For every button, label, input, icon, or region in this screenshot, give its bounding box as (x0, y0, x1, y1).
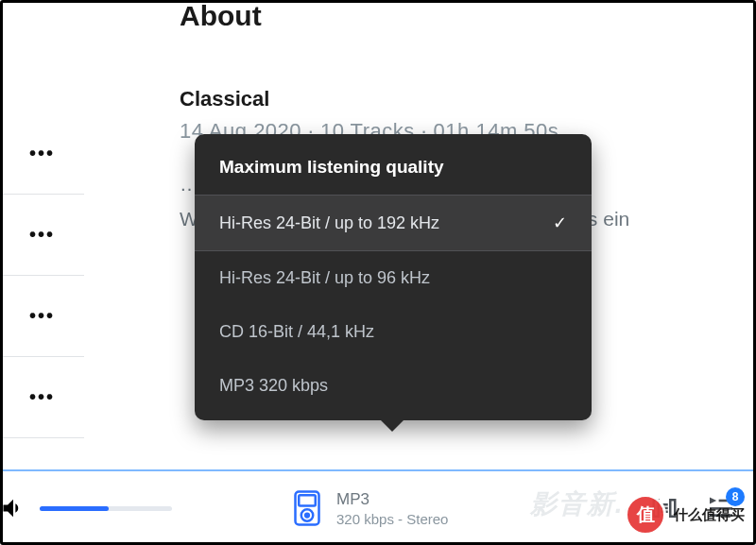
quality-option-mp3[interactable]: MP3 320 kbps (195, 359, 592, 413)
format-detail: 320 kbps - Stereo (336, 511, 448, 527)
svg-rect-1 (299, 495, 316, 505)
more-icon: ••• (29, 386, 55, 408)
svg-point-3 (305, 514, 309, 518)
quality-option-cd[interactable]: CD 16-Bit / 44,1 kHz (195, 305, 592, 359)
option-label: Hi-Res 24-Bit / up to 192 kHz (219, 213, 439, 233)
option-label: Hi-Res 24-Bit / up to 96 kHz (219, 268, 430, 288)
popover-title: Maximum listening quality (195, 134, 592, 195)
more-icon: ••• (29, 224, 55, 246)
format-codec: MP3 (336, 490, 448, 509)
check-icon: ✓ (553, 213, 567, 233)
more-icon: ••• (29, 143, 55, 164)
option-label: MP3 320 kbps (219, 376, 328, 396)
quality-option-192[interactable]: Hi-Res 24-Bit / up to 192 kHz ✓ (195, 195, 592, 251)
format-text: MP3 320 kbps - Stereo (336, 490, 448, 527)
genre-label: Classical (180, 87, 652, 111)
sidebar-item-4[interactable]: ••• (0, 357, 84, 438)
more-icon: ••• (29, 305, 55, 327)
about-heading: About (180, 0, 652, 32)
device-icon (293, 489, 321, 527)
volume-slider[interactable] (40, 506, 172, 511)
format-selector[interactable]: MP3 320 kbps - Stereo (293, 489, 448, 527)
quality-popover: Maximum listening quality Hi-Res 24-Bit … (195, 134, 592, 420)
sidebar-item-2[interactable]: ••• (0, 195, 84, 276)
option-label: CD 16-Bit / 44,1 kHz (219, 322, 374, 342)
watermark: 值 什么值得买 (625, 494, 745, 536)
sidebar: ••• ••• ••• ••• (0, 0, 85, 469)
volume-icon (0, 495, 26, 521)
watermark-text: 什么值得买 (674, 506, 745, 524)
watermark-logo-icon: 值 (625, 494, 666, 536)
sidebar-item-3[interactable]: ••• (0, 276, 84, 357)
volume-control[interactable] (0, 495, 172, 521)
quality-option-96[interactable]: Hi-Res 24-Bit / up to 96 kHz (195, 251, 592, 305)
sidebar-item-1[interactable]: ••• (0, 113, 84, 195)
popover-arrow-icon (380, 419, 404, 432)
